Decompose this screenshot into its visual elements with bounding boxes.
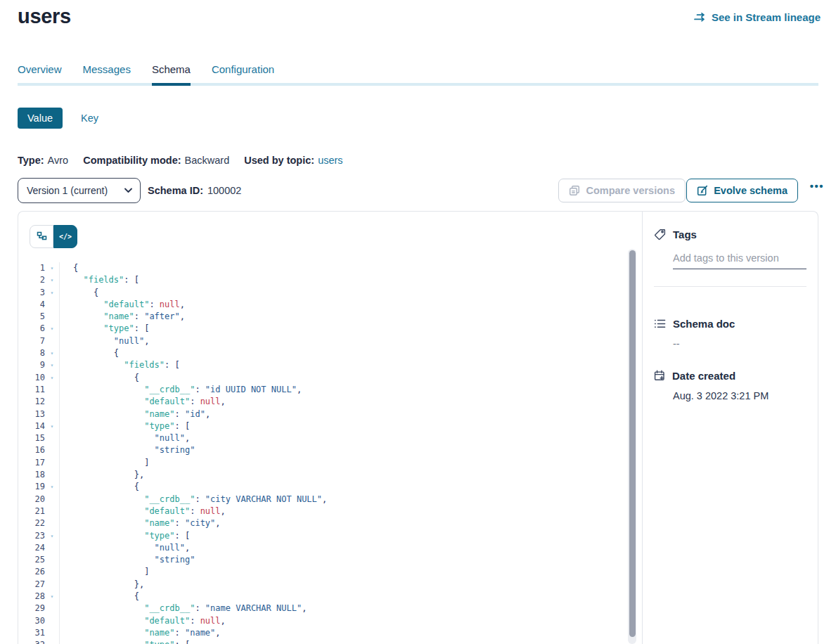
compare-versions-label: Compare versions [586, 185, 675, 196]
tree-view-button[interactable] [30, 225, 53, 248]
line-number: 3 [18, 287, 45, 299]
code-line: 10▾ { [18, 372, 628, 384]
code-text: "name": "id", [60, 408, 210, 420]
scrollbar-track[interactable] [628, 249, 636, 644]
tab-messages[interactable]: Messages [83, 63, 131, 86]
line-number: 16 [18, 444, 45, 456]
add-tags-input[interactable] [673, 252, 806, 269]
type-label: Type: [18, 155, 44, 166]
fold-toggle-icon[interactable]: ▾ [45, 639, 60, 644]
code-pane: </> 1▾{2▾ "fields": [3▾ {4 "default": nu… [18, 212, 642, 644]
code-line: 28▾ { [18, 591, 628, 603]
tags-section-heading: Tags [654, 228, 806, 240]
line-number: 9 [18, 359, 45, 371]
stream-lineage-link[interactable]: See in Stream lineage [694, 11, 821, 23]
code-line: 19▾ { [18, 481, 628, 493]
scrollbar-thumb[interactable] [629, 250, 636, 637]
version-select[interactable]: Version 1 (current) [18, 178, 141, 203]
line-number: 26 [18, 566, 45, 578]
fold-toggle-icon[interactable]: ▾ [45, 481, 60, 493]
code-line: 6▾ "type": [ [18, 323, 628, 335]
tab-schema[interactable]: Schema [152, 63, 191, 86]
code-text: { [60, 347, 119, 359]
line-number: 27 [18, 579, 45, 591]
code-line: 11 "__crdb__": "id UUID NOT NULL", [18, 384, 628, 396]
fold-spacer [45, 517, 60, 529]
fold-spacer [45, 627, 60, 639]
schema-doc-heading: Schema doc [654, 318, 806, 330]
fold-toggle-icon[interactable]: ▾ [45, 262, 60, 274]
code-text: "__crdb__": "city VARCHAR NOT NULL", [60, 494, 327, 505]
code-line: 17 ] [18, 457, 628, 469]
code-line: 29 "__crdb__": "name VARCHAR NULL", [18, 603, 628, 614]
view-toggle: </> [30, 225, 77, 248]
schema-doc-label: Schema doc [673, 318, 735, 330]
date-created-value: Aug. 3 2022 3:21 PM [673, 390, 806, 401]
line-number: 32 [18, 639, 45, 644]
line-number: 15 [18, 432, 45, 444]
more-options-button[interactable]: ••• [810, 180, 824, 192]
fold-toggle-icon[interactable]: ▾ [45, 530, 60, 542]
code-editor-lines: 1▾{2▾ "fields": [3▾ {4 "default": null,5… [18, 262, 628, 644]
code-line: 9▾ "fields": [ [18, 359, 628, 371]
schema-id: Schema ID: 100002 [148, 185, 241, 196]
code-text: }, [60, 469, 144, 481]
version-select-wrap: Version 1 (current) [18, 178, 141, 203]
code-line: 8▾ { [18, 347, 628, 359]
line-number: 30 [18, 615, 45, 627]
code-text: "string" [60, 554, 195, 566]
code-text: "default": null, [60, 396, 226, 408]
line-number: 2 [18, 274, 45, 286]
line-number: 19 [18, 481, 45, 493]
line-number: 13 [18, 408, 45, 420]
code-text: "type": [ [60, 639, 190, 644]
fold-toggle-icon[interactable]: ▾ [45, 323, 60, 335]
code-text: "fields": [ [60, 274, 139, 286]
code-line: 20 "__crdb__": "city VARCHAR NOT NULL", [18, 494, 628, 505]
value-tab-button[interactable]: Value [18, 108, 63, 129]
code-line: 16 "string" [18, 444, 628, 456]
compatibility-label: Compatibility mode: [83, 155, 181, 166]
fold-spacer [45, 396, 60, 408]
fold-toggle-icon[interactable]: ▾ [45, 359, 60, 371]
code-line: 32▾ "type": [ [18, 639, 628, 644]
fold-spacer [45, 299, 60, 311]
fold-toggle-icon[interactable]: ▾ [45, 591, 60, 603]
line-number: 28 [18, 591, 45, 603]
date-created-heading: Date created [654, 370, 806, 382]
code-line: 22 "name": "city", [18, 517, 628, 529]
line-number: 14 [18, 420, 45, 432]
code-text: "name": "name", [60, 627, 221, 639]
schema-id-label: Schema ID: [148, 185, 203, 196]
fold-toggle-icon[interactable]: ▾ [45, 420, 60, 432]
date-created-label: Date created [672, 370, 735, 382]
tab-overview[interactable]: Overview [18, 63, 62, 86]
fold-toggle-icon[interactable]: ▾ [45, 347, 60, 359]
topic-link[interactable]: users [318, 155, 342, 166]
fold-spacer [45, 603, 60, 614]
code-line: 1▾{ [18, 262, 628, 274]
fold-toggle-icon[interactable]: ▾ [45, 274, 60, 286]
fold-spacer [45, 432, 60, 444]
fold-spacer [45, 554, 60, 566]
fold-toggle-icon[interactable]: ▾ [45, 287, 60, 299]
code-text: { [60, 591, 139, 603]
code-line: 18 }, [18, 469, 628, 481]
evolve-schema-label: Evolve schema [714, 185, 787, 196]
fold-toggle-icon[interactable]: ▾ [45, 372, 60, 384]
schema-meta: Type: Avro Compatibility mode: Backward … [18, 155, 343, 166]
key-tab-button[interactable]: Key [81, 112, 98, 124]
fold-spacer [45, 444, 60, 456]
fold-spacer [45, 615, 60, 627]
code-text: "default": null, [60, 505, 226, 517]
tab-configuration[interactable]: Configuration [212, 63, 274, 86]
code-line: 24 "null", [18, 542, 628, 554]
line-number: 4 [18, 299, 45, 311]
code-text: "null", [60, 335, 149, 347]
line-number: 24 [18, 542, 45, 554]
line-number: 25 [18, 554, 45, 566]
code-line: 12 "default": null, [18, 396, 628, 408]
code-view-button[interactable]: </> [53, 225, 77, 248]
evolve-schema-button[interactable]: Evolve schema [686, 179, 798, 202]
code-line: 31 "name": "name", [18, 627, 628, 639]
